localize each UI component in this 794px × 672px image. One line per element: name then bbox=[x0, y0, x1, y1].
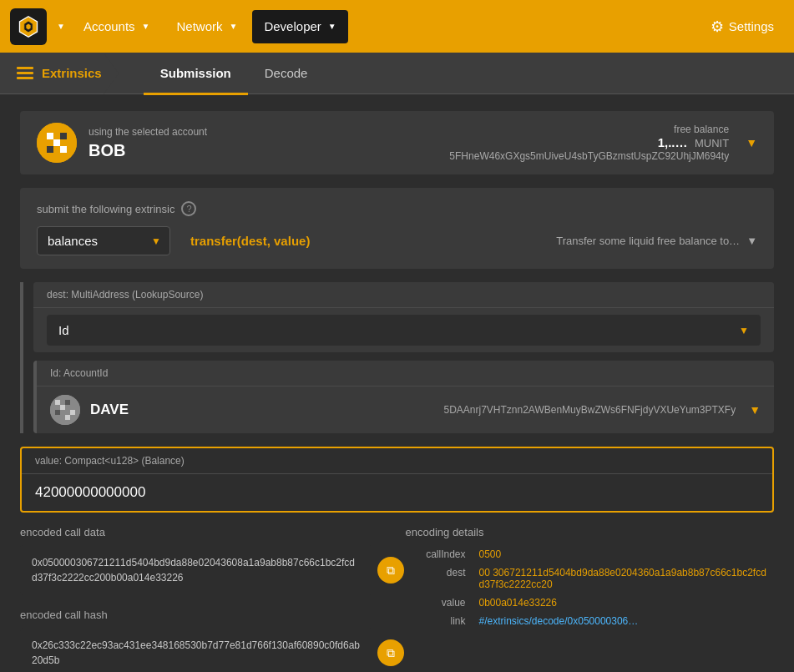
dest-account-body: DAVE 5DAAnrj7VHTznn2AWBenMuyBwZWs6FNFjdy… bbox=[37, 387, 774, 433]
gear-icon: ⚙ bbox=[711, 18, 724, 36]
value-input-block: value: Compact<u128> (Balance) bbox=[20, 447, 774, 513]
svg-rect-16 bbox=[65, 415, 70, 420]
module-select[interactable]: balances ▼ bbox=[37, 226, 170, 255]
svg-rect-10 bbox=[55, 400, 60, 405]
dest-account-header: Id: AccountId bbox=[37, 361, 774, 387]
top-navigation: ▼ Accounts ▼ Network ▼ Developer ▼ ⚙ Set… bbox=[0, 0, 794, 53]
network-caret-icon: ▼ bbox=[230, 22, 238, 31]
svg-rect-8 bbox=[60, 146, 67, 153]
extrinsic-controls: balances ▼ transfer(dest, value) Transfe… bbox=[37, 226, 757, 255]
params-section: dest: MultiAddress (LookupSource) Id ▼ I… bbox=[20, 282, 774, 433]
dest-type-select[interactable]: Id ▼ bbox=[47, 315, 761, 346]
account-left: using the selected account BOB bbox=[37, 123, 207, 163]
svg-rect-6 bbox=[53, 139, 60, 146]
encoding-details-label: encoding details bbox=[406, 526, 775, 538]
description-caret-icon: ▼ bbox=[746, 235, 757, 247]
link-value[interactable]: #/extrinsics/decode/0x050000306… bbox=[473, 612, 775, 630]
dest-account-block: Id: AccountId bbox=[33, 361, 774, 433]
dest-type-caret-icon: ▼ bbox=[739, 325, 749, 336]
network-nav-btn[interactable]: Network ▼ bbox=[165, 10, 250, 43]
account-dropdown-arrow[interactable]: ▼ bbox=[746, 136, 757, 149]
app-logo[interactable] bbox=[10, 8, 47, 45]
settings-nav-btn[interactable]: ⚙ Settings bbox=[700, 11, 784, 43]
developer-nav-btn[interactable]: Developer ▼ bbox=[252, 10, 347, 43]
tab-submission[interactable]: Submission bbox=[144, 53, 248, 95]
extrinsic-selector: submit the following extrinsic ? balance… bbox=[20, 188, 774, 269]
module-select-value: balances bbox=[48, 234, 98, 248]
encoding-details-table: callIndex 0500 dest 00 306721211d5404bd9… bbox=[406, 545, 775, 630]
account-address: 5FHneW46xGXgs5mUiveU4sbTyGBzmstUspZC92Uh… bbox=[449, 150, 729, 162]
account-selector: using the selected account BOB free bala… bbox=[20, 111, 774, 174]
encoded-call-hash-wrapper: 0x26c333c22ec93ac431ee348168530b7d77e81d… bbox=[20, 628, 389, 672]
dest-param-header: dest: MultiAddress (LookupSource) bbox=[33, 282, 774, 308]
balance-info: free balance 1,..… MUNIT 5FHneW46xGXgs5m… bbox=[449, 124, 729, 162]
sub-navigation: Extrinsics Submission Decode bbox=[0, 53, 794, 94]
dest-param-block: dest: MultiAddress (LookupSource) Id ▼ bbox=[33, 282, 774, 352]
link-key: link bbox=[406, 612, 473, 630]
dest-avatar bbox=[50, 395, 80, 425]
subnav-tabs: Submission Decode bbox=[144, 53, 325, 94]
accounts-caret-icon: ▼ bbox=[142, 22, 150, 31]
dest-account-name: DAVE bbox=[90, 402, 129, 418]
extrinsic-method: transfer(dest, value) bbox=[180, 227, 320, 255]
logo-dropdown-arrow[interactable]: ▼ bbox=[53, 22, 68, 31]
svg-rect-7 bbox=[47, 146, 53, 153]
svg-rect-14 bbox=[70, 410, 75, 415]
svg-rect-11 bbox=[65, 400, 70, 405]
dest-account-left: DAVE bbox=[50, 395, 129, 425]
decode-link[interactable]: #/extrinsics/decode/0x050000306… bbox=[479, 615, 639, 627]
module-caret-icon: ▼ bbox=[151, 235, 161, 247]
callindex-value: 0500 bbox=[473, 545, 775, 563]
accounts-nav-btn[interactable]: Accounts ▼ bbox=[72, 10, 162, 43]
account-info: using the selected account BOB bbox=[89, 126, 207, 160]
encoding-row-value: value 0b00a014e33226 bbox=[406, 594, 775, 612]
encoded-call-data-value: 0x050000306721211d5404bd9da88e02043608a1… bbox=[20, 545, 372, 595]
tab-decode[interactable]: Decode bbox=[248, 53, 325, 95]
encoded-call-data-label: encoded call data bbox=[20, 526, 389, 538]
encoding-details-section: encoding details callIndex 0500 dest 00 … bbox=[406, 526, 775, 672]
value-param-header: value: Compact<u128> (Balance) bbox=[22, 448, 772, 474]
developer-caret-icon: ▼ bbox=[328, 22, 336, 31]
copy-call-data-button[interactable]: ⧉ bbox=[377, 557, 404, 584]
settings-nav-label: Settings bbox=[729, 19, 774, 33]
dest-account-dropdown-arrow[interactable]: ▼ bbox=[749, 403, 761, 417]
submit-extrinsic-label: submit the following extrinsic bbox=[37, 203, 174, 215]
balance-row: 1,..… MUNIT bbox=[449, 135, 729, 150]
encoding-row-callindex: callIndex 0500 bbox=[406, 545, 775, 563]
developer-nav-label: Developer bbox=[264, 19, 321, 33]
extrinsics-icon bbox=[17, 67, 33, 80]
copy-call-hash-button[interactable]: ⧉ bbox=[377, 639, 404, 666]
help-icon[interactable]: ? bbox=[181, 201, 196, 216]
dest-account-address: 5DAAnrj7VHTznn2AWBenMuyBwZWs6FNFjdyVXUeY… bbox=[443, 404, 736, 416]
dest-type-value: Id bbox=[58, 323, 69, 337]
main-content: using the selected account BOB free bala… bbox=[0, 94, 794, 672]
encoding-row-link: link #/extrinsics/decode/0x050000306… bbox=[406, 612, 775, 630]
encoding-row-dest: dest 00 306721211d5404bd9da88e0204360a1a… bbox=[406, 563, 775, 594]
extrinsic-description[interactable]: Transfer some liquid free balance to… ▼ bbox=[330, 235, 757, 247]
encoded-call-hash-value: 0x26c333c22ec93ac431ee348168530b7d77e81d… bbox=[20, 628, 372, 672]
value-key: value bbox=[406, 594, 473, 612]
encoded-section: encoded call data 0x050000306721211d5404… bbox=[20, 526, 389, 672]
dest-key: dest bbox=[406, 563, 473, 594]
value-enc-value: 0b00a014e33226 bbox=[473, 594, 775, 612]
encoded-call-hash-label: encoded call hash bbox=[20, 609, 389, 621]
balance-unit: MUNIT bbox=[695, 137, 729, 149]
svg-rect-4 bbox=[47, 133, 53, 139]
value-input[interactable] bbox=[22, 474, 772, 511]
account-right: free balance 1,..… MUNIT 5FHneW46xGXgs5m… bbox=[449, 124, 757, 162]
encoded-call-data-wrapper: 0x050000306721211d5404bd9da88e02043608a1… bbox=[20, 545, 389, 595]
dest-enc-value: 00 306721211d5404bd9da88e0204360a1a9ab8b… bbox=[473, 563, 775, 594]
account-name: BOB bbox=[89, 141, 207, 160]
free-balance-label: free balance bbox=[449, 124, 729, 135]
extrinsic-label-row: submit the following extrinsic ? bbox=[37, 201, 757, 216]
svg-rect-12 bbox=[60, 405, 65, 410]
avatar bbox=[37, 123, 77, 163]
network-nav-label: Network bbox=[177, 19, 223, 33]
dest-account-right: 5DAAnrj7VHTznn2AWBenMuyBwZWs6FNFjdyVXUeY… bbox=[443, 403, 761, 417]
using-account-label: using the selected account bbox=[89, 126, 207, 138]
extrinsics-section-label: Extrinsics bbox=[17, 66, 119, 80]
bottom-data: encoded call data 0x050000306721211d5404… bbox=[20, 526, 774, 672]
accounts-nav-label: Accounts bbox=[83, 19, 135, 33]
dest-param-body: Id ▼ bbox=[33, 308, 774, 352]
svg-rect-15 bbox=[60, 415, 65, 420]
